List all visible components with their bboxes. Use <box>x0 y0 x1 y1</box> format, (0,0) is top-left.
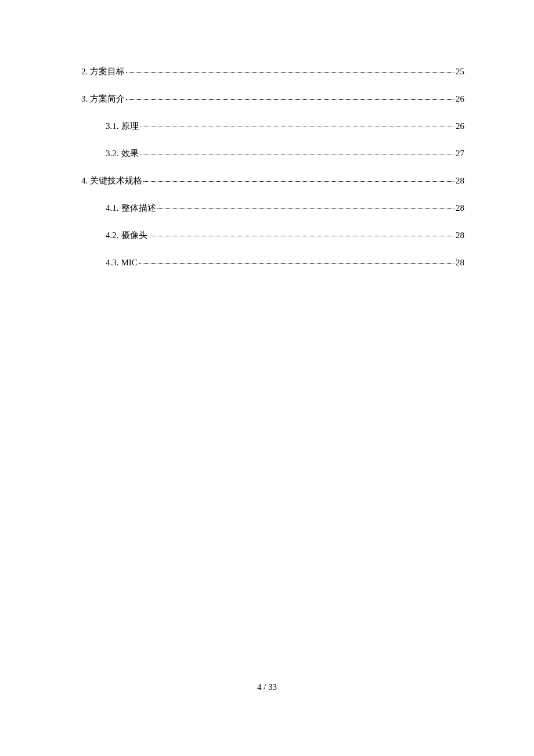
toc-entry-title: MIC <box>121 257 138 269</box>
toc-entry: 4.2. 摄像头 28 <box>70 229 464 242</box>
toc-entry-page: 28 <box>456 175 464 187</box>
toc-entry-page: 28 <box>456 202 464 214</box>
toc-dots <box>143 181 454 182</box>
toc-entry: 4. 关键技术规格 28 <box>70 175 464 187</box>
toc-entry: 2. 方案目标 25 <box>70 66 464 78</box>
toc-dots <box>140 154 455 154</box>
toc-entry-title: 方案目标 <box>90 66 125 78</box>
toc-entry-title: 摄像头 <box>121 229 147 242</box>
toc-entry-number: 4. <box>81 175 88 187</box>
toc-entry: 3.1. 原理 26 <box>70 120 464 132</box>
toc-entry: 3.2. 效果 27 <box>70 147 464 160</box>
toc-entry-page: 28 <box>456 229 464 242</box>
toc-entry-title: 方案简介 <box>90 93 125 105</box>
page-content: 2. 方案目标 25 3. 方案简介 26 3.1. 原理 26 3.2. 效果… <box>0 0 534 269</box>
page-footer: 4 / 33 <box>0 682 534 692</box>
toc-entry-page: 25 <box>456 66 464 78</box>
toc-dots <box>149 236 455 236</box>
toc-dots <box>126 72 454 73</box>
toc-entry-page: 26 <box>456 93 464 105</box>
toc-entry-page: 27 <box>456 147 464 160</box>
toc-dots <box>140 127 455 127</box>
toc-entry-page: 28 <box>456 257 464 269</box>
toc-entry-number: 4.3. <box>106 257 119 269</box>
toc-entry: 4.3. MIC 28 <box>70 257 464 269</box>
toc-dots <box>157 208 455 209</box>
toc-dots <box>139 263 454 264</box>
toc-entry-title: 原理 <box>121 120 139 132</box>
toc-entry-title: 整体描述 <box>121 202 156 214</box>
toc-entry-number: 3.1. <box>106 120 119 132</box>
toc-dots <box>126 99 454 100</box>
page-indicator: 4 / 33 <box>257 682 277 692</box>
toc-entry-title: 效果 <box>121 147 139 160</box>
toc-entry: 4.1. 整体描述 28 <box>70 202 464 214</box>
toc-entry-number: 4.1. <box>106 202 119 214</box>
toc-entry-number: 3. <box>81 93 88 105</box>
toc-entry-page: 26 <box>456 120 464 132</box>
toc-entry-number: 2. <box>81 66 88 78</box>
toc-entry-number: 4.2. <box>106 229 119 242</box>
toc-entry-title: 关键技术规格 <box>90 175 142 187</box>
toc-entry-number: 3.2. <box>106 147 119 160</box>
toc-entry: 3. 方案简介 26 <box>70 93 464 105</box>
